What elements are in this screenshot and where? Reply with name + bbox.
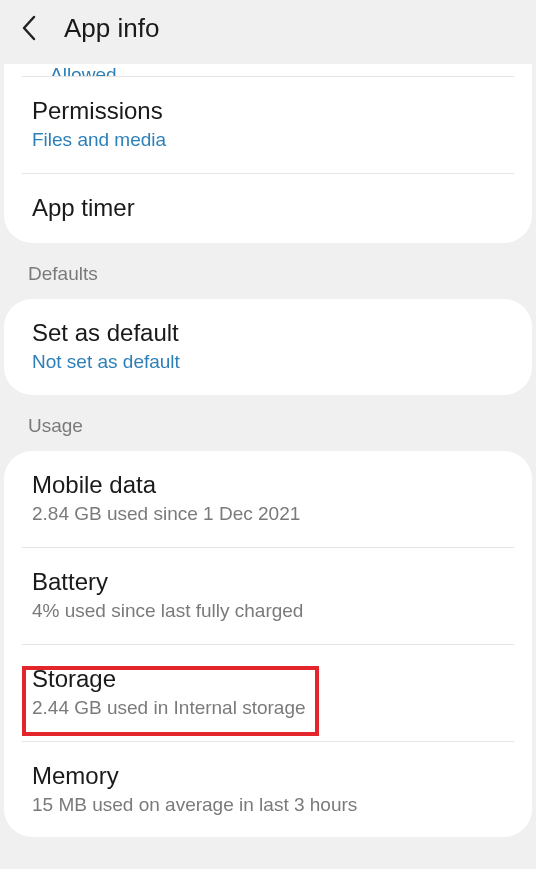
set-default-title: Set as default [32,317,504,348]
memory-title: Memory [32,760,504,791]
app-timer-title: App timer [32,192,504,223]
clipped-subtitle: Allowed [4,64,532,76]
permissions-title: Permissions [32,95,504,126]
battery-sub: 4% used since last fully charged [32,599,504,624]
storage-title: Storage [32,663,504,694]
battery-title: Battery [32,566,504,597]
row-storage[interactable]: Storage 2.44 GB used in Internal storage [4,645,532,741]
mobile-data-sub: 2.84 GB used since 1 Dec 2021 [32,502,504,527]
section-label-defaults: Defaults [0,243,536,299]
mobile-data-title: Mobile data [32,469,504,500]
row-app-timer[interactable]: App timer [4,174,532,243]
back-icon[interactable] [14,12,46,44]
storage-sub: 2.44 GB used in Internal storage [32,696,504,721]
row-mobile-data[interactable]: Mobile data 2.84 GB used since 1 Dec 202… [4,451,532,547]
memory-sub: 15 MB used on average in last 3 hours [32,793,504,818]
card-top: Allowed Permissions Files and media App … [4,64,532,243]
card-defaults: Set as default Not set as default [4,299,532,395]
card-usage: Mobile data 2.84 GB used since 1 Dec 202… [4,451,532,838]
header: App info [0,0,536,64]
page-title: App info [64,13,159,44]
row-battery[interactable]: Battery 4% used since last fully charged [4,548,532,644]
section-label-usage: Usage [0,395,536,451]
permissions-sub: Files and media [32,128,504,153]
row-set-default[interactable]: Set as default Not set as default [4,299,532,395]
row-memory[interactable]: Memory 15 MB used on average in last 3 h… [4,742,532,838]
row-permissions[interactable]: Permissions Files and media [4,77,532,173]
set-default-sub: Not set as default [32,350,504,375]
